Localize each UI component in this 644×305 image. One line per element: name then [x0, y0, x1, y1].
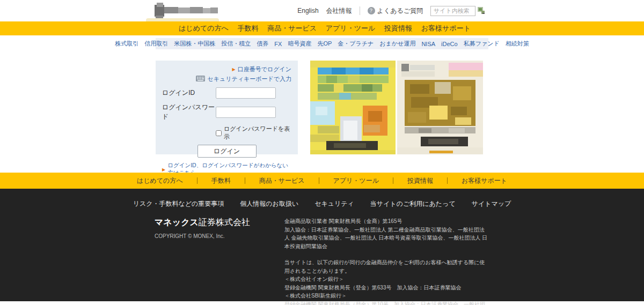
sub-nav-inheritance[interactable]: 相続対策 [506, 40, 529, 48]
legal-line-registration: 金融商品取引業者 関東財務局長（金商）第165号 [284, 217, 489, 226]
sub-nav-futures-options[interactable]: 先OP [317, 40, 332, 48]
sub-nav-gold-platinum[interactable]: 金・プラチナ [338, 40, 374, 48]
company-name: マネックス証券株式会社 [155, 217, 284, 228]
footer-nav-apps-tools[interactable]: アプリ・ツール [319, 176, 393, 185]
sub-nav: 株式取引 信用取引 米国株・中国株 投信・積立 債券 FX 暗号資産 先OP 金… [156, 38, 488, 49]
footer-nav-investment-info[interactable]: 投資情報 [393, 176, 447, 185]
footer-link-risk-fees[interactable]: リスク・手数料などの重要事項 [133, 199, 224, 209]
account-number-login-link[interactable]: 口座番号でログイン [238, 65, 291, 73]
main-nav-fees[interactable]: 手数料 [238, 24, 259, 33]
legal-line-aeon-bank: ＜株式会社イオン銀行＞ [284, 275, 489, 284]
sub-nav-crypto[interactable]: 暗号資産 [288, 40, 311, 48]
legal-line-sbi-registration: 登録金融機関 関東財務局長（登金）第10号 加入協会：日本証券業協会、一般社団法… [284, 300, 489, 305]
campaign-banner-1[interactable] [310, 61, 396, 154]
faq-link[interactable]: ？ よくあるご質問 [368, 6, 423, 16]
footer-link-security[interactable]: セキュリティ [314, 199, 354, 209]
footer-legal-links: リスク・手数料などの重要事項 個人情報のお取扱い セキュリティ 当サイトのご利用… [0, 199, 644, 209]
footer-link-site-usage[interactable]: 当サイトのご利用にあたって [370, 199, 456, 209]
login-id-input[interactable] [216, 87, 276, 99]
top-header: English 会社情報 ？ よくあるご質問 [0, 0, 644, 21]
sub-nav-managed[interactable]: おまかせ運用 [379, 40, 415, 48]
sub-nav-margin[interactable]: 信用取引 [144, 40, 168, 48]
main-content: ▶ 口座番号でログイン セキュリティキーボードで入力 [0, 51, 644, 173]
site-footer: リスク・手数料などの重要事項 個人情報のお取扱い セキュリティ 当サイトのご利用… [0, 189, 644, 301]
login-panel: ▶ 口座番号でログイン セキュリティキーボードで入力 [156, 61, 298, 154]
header-utility-nav: English 会社情報 ？ よくあるご質問 [297, 0, 486, 21]
main-nav-investment-info[interactable]: 投資情報 [384, 24, 412, 33]
footer-nav: はじめての方へ 手数料 商品・サービス アプリ・ツール 投資情報 お客様サポート [0, 173, 644, 189]
header-divider [360, 6, 360, 15]
header-link-company-info[interactable]: 会社情報 [326, 6, 352, 16]
monex-login-page: English 会社情報 ？ よくあるご質問 [0, 0, 644, 305]
show-password-label: ログインパスワードを表示 [224, 125, 291, 141]
sub-nav-fx[interactable]: FX [274, 41, 282, 47]
keyboard-icon [196, 76, 205, 83]
header-link-english[interactable]: English [297, 7, 318, 14]
login-password-input[interactable] [216, 107, 276, 118]
footer-link-sitemap[interactable]: サイトマップ [472, 199, 511, 209]
main-nav: はじめての方へ 手数料 商品・サービス アプリ・ツール 投資情報 お客様サポート [0, 21, 644, 35]
sub-nav-private-funds[interactable]: 私募ファンド [464, 40, 500, 48]
company-logo[interactable] [146, 2, 219, 23]
site-search [430, 6, 486, 16]
sub-nav-nisa[interactable]: NISA [421, 41, 435, 47]
sub-nav-us-china-stocks[interactable]: 米国株・中国株 [174, 40, 215, 48]
logo-blurred-image [155, 3, 218, 18]
legal-line-sbi-bank: ＜株式会社SBI新生銀行＞ [284, 292, 489, 300]
footer-link-privacy[interactable]: 個人情報のお取扱い [240, 199, 298, 209]
show-password-checkbox[interactable] [216, 130, 222, 136]
sub-nav-stocks[interactable]: 株式取引 [115, 40, 138, 48]
promo-banners [310, 61, 483, 154]
sub-nav-row: 株式取引 信用取引 米国株・中国株 投信・積立 債券 FX 暗号資産 先OP 金… [0, 35, 644, 51]
regulatory-text: 金融商品取引業者 関東財務局長（金商）第165号 加入協会：日本証券業協会、一般… [284, 217, 489, 305]
sub-nav-funds[interactable]: 投信・積立 [221, 40, 251, 48]
footer-nav-support[interactable]: お客様サポート [448, 176, 521, 185]
security-keyboard-link[interactable]: セキュリティキーボードで入力 [207, 75, 291, 83]
copyright-notice: COPYRIGHT © MONEX, Inc. [155, 233, 284, 239]
sub-nav-bonds[interactable]: 債券 [257, 40, 268, 48]
faq-label: よくあるご質問 [377, 6, 423, 16]
legal-line-associations: 加入協会：日本証券業協会、一般社団法人 第二種金融商品取引業協会、一般社団法人 … [284, 226, 489, 251]
main-nav-products[interactable]: 商品・サービス [267, 24, 317, 33]
arrow-icon: ▶ [232, 67, 236, 72]
footer-nav-beginners[interactable]: はじめての方へ [123, 176, 197, 185]
footer-nav-products[interactable]: 商品・サービス [245, 176, 319, 185]
search-input[interactable] [430, 6, 475, 16]
arrow-icon: ▶ [162, 167, 165, 172]
campaign-banner-2[interactable] [397, 61, 483, 154]
sub-nav-ideco[interactable]: iDeCo [441, 41, 458, 47]
legal-line-aeon-registration: 登録金融機関 関東財務局長（登金）第633号 加入協会：日本証券業協会 [284, 284, 489, 292]
main-nav-beginners[interactable]: はじめての方へ [179, 24, 229, 33]
question-icon: ？ [368, 7, 375, 14]
main-nav-support[interactable]: お客様サポート [421, 24, 471, 33]
login-id-label: ログインID [162, 88, 216, 98]
legal-line-bank-notice: 当サイトは、以下の銀行が同行の金融商品仲介をご利用のお客様へ勧誘する際に使用され… [284, 258, 489, 275]
footer-nav-fees[interactable]: 手数料 [197, 176, 245, 185]
main-nav-apps-tools[interactable]: アプリ・ツール [326, 24, 376, 33]
login-button[interactable]: ログイン [197, 145, 257, 158]
search-icon[interactable] [477, 6, 486, 15]
login-password-label: ログインパスワード [162, 103, 216, 121]
